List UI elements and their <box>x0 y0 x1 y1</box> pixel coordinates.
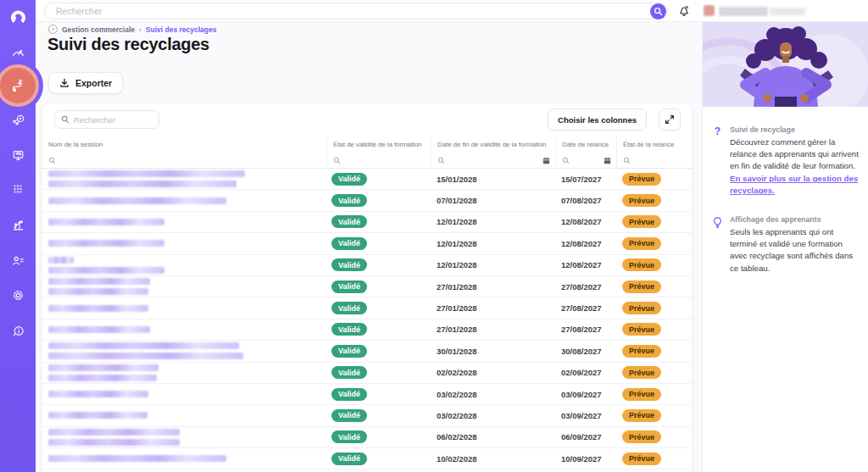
session-name-redacted <box>42 364 326 381</box>
chevron-right-icon: › <box>139 25 142 34</box>
table-row[interactable]: Validé02/02/202802/09/2027Prévue <box>42 363 692 384</box>
sidebar-item-prospection[interactable] <box>0 107 36 132</box>
table-row[interactable]: Validé15/01/202815/07/2027Prévue <box>42 169 692 190</box>
session-name-redacted <box>42 219 326 225</box>
redacted-text-bar <box>48 429 180 436</box>
column-header-session[interactable]: Nom de la session <box>42 136 326 153</box>
validity-cell: Validé <box>326 280 431 293</box>
validity-cell: Validé <box>326 453 431 465</box>
table-row[interactable]: Validé06/02/202806/09/2027Prévue <box>42 427 692 448</box>
session-name-redacted <box>42 257 326 274</box>
choose-columns-button[interactable]: Choisir les colonnes <box>548 108 647 130</box>
sidebar-item-statistics[interactable] <box>0 212 36 237</box>
help-link-recyclages[interactable]: En savoir plus sur la gestion des recycl… <box>730 173 860 197</box>
column-header-end-date[interactable]: Date de fin de validité de la formation <box>431 136 555 153</box>
app-logo[interactable] <box>8 8 28 28</box>
session-name-redacted <box>42 429 326 446</box>
expand-icon <box>665 114 675 125</box>
relance-date-cell: 27/08/2027 <box>555 325 616 334</box>
session-name-redacted <box>42 305 326 312</box>
column-header-relance-date[interactable]: Date de relance <box>555 136 616 153</box>
table-row[interactable]: Validé27/01/202827/08/2027Prévue <box>42 297 692 319</box>
table-row[interactable]: Validé10/02/202810/09/2027Prévue <box>42 448 692 469</box>
search-icon <box>48 157 56 164</box>
learners-icon <box>11 253 25 268</box>
validity-badge: Validé <box>331 366 367 379</box>
app-root: € <box>0 0 868 472</box>
redacted-text-bar <box>48 240 164 247</box>
table-row[interactable]: Validé27/01/202827/08/2027Prévue <box>42 276 692 297</box>
user-avatar[interactable] <box>704 5 715 16</box>
validity-badge: Validé <box>331 388 367 401</box>
filter-relance-date[interactable] <box>555 153 616 168</box>
table-row[interactable]: Validé30/01/202830/08/2027Prévue <box>42 341 692 362</box>
sidebar-item-settings[interactable] <box>0 282 36 308</box>
global-search-input[interactable] <box>45 6 650 16</box>
filter-relance-state[interactable] <box>616 153 691 168</box>
relance-state-badge: Prévue <box>622 409 661 422</box>
relance-state-badge: Prévue <box>622 453 661 465</box>
validity-badge: Validé <box>331 237 367 250</box>
expand-table-button[interactable] <box>659 108 681 130</box>
validity-badge: Validé <box>331 173 367 186</box>
validity-badge: Validé <box>331 302 367 314</box>
filter-session[interactable] <box>42 153 326 168</box>
sidebar-item-learners[interactable] <box>0 247 36 273</box>
relance-date-cell: 07/08/2027 <box>555 196 616 205</box>
end-date-cell: 03/02/2028 <box>431 390 555 399</box>
session-name-redacted <box>42 412 326 419</box>
table-row[interactable]: Validé12/01/202812/08/2027Prévue <box>42 255 692 276</box>
validity-cell: Validé <box>326 388 431 401</box>
recyclages-table-card: Choisir les colonnes Nom de la session É… <box>42 103 692 472</box>
table-row[interactable]: Validé03/02/202803/09/2027Prévue <box>42 405 692 426</box>
bell-icon <box>677 4 691 18</box>
relance-date-cell: 12/08/2027 <box>555 239 616 248</box>
sidebar-item-help[interactable] <box>0 318 36 343</box>
sidebar-item-modules[interactable] <box>0 176 36 202</box>
breadcrumb-parent[interactable]: Gestion commerciale <box>62 25 135 34</box>
table-row[interactable]: Validé12/01/202812/08/2027Prévue <box>42 233 692 254</box>
table-row[interactable]: Validé07/01/202807/08/2027Prévue <box>42 190 692 211</box>
end-date-cell: 27/01/2028 <box>431 325 555 334</box>
sidebar-item-e-learning[interactable] <box>0 142 36 167</box>
question-icon: ? <box>711 125 724 197</box>
redacted-text-bar <box>48 278 150 285</box>
relance-state-badge: Prévue <box>622 430 661 443</box>
notifications-bell[interactable] <box>677 4 691 18</box>
validity-badge: Validé <box>331 430 367 443</box>
filter-validity[interactable] <box>326 153 431 168</box>
end-date-cell: 27/01/2028 <box>431 282 555 292</box>
help-panel: ? Suivi de recyclage Découvrez comment g… <box>702 22 868 472</box>
table-search-input[interactable] <box>74 115 147 125</box>
relance-date-cell: 02/09/2027 <box>555 368 616 377</box>
relance-state-cell: Prévue <box>616 388 691 401</box>
relance-date-cell: 30/08/2027 <box>555 347 616 356</box>
table-row[interactable]: Validé27/01/202827/08/2027Prévue <box>42 319 692 341</box>
statistics-icon <box>11 218 25 232</box>
relance-state-badge: Prévue <box>622 323 661 336</box>
export-button[interactable]: Exporter <box>48 72 123 94</box>
session-name-redacted <box>42 278 326 295</box>
search-icon <box>61 115 70 124</box>
relance-state-badge: Prévue <box>622 302 661 314</box>
validity-cell: Validé <box>326 258 431 271</box>
search-button[interactable] <box>650 3 666 19</box>
column-header-validity[interactable]: État de validité de la formation <box>326 136 431 153</box>
filter-end-date[interactable] <box>431 153 555 168</box>
table-row[interactable]: Validé12/01/202812/08/2027Prévue <box>42 212 692 233</box>
help-item-body: Découvrez comment gérer la relance des a… <box>730 136 860 172</box>
breadcrumb-current: Suivi des recyclages <box>146 25 217 34</box>
column-header-relance-state[interactable]: État de la relance <box>616 136 691 153</box>
relance-date-cell: 27/08/2027 <box>555 282 616 292</box>
help-item-title: Affichage des apprenants <box>730 215 860 224</box>
session-name-redacted <box>42 342 326 359</box>
user-name-redacted <box>719 7 768 16</box>
svg-text:€: € <box>19 78 23 86</box>
calendar-icon <box>542 157 550 164</box>
topbar <box>36 0 868 22</box>
breadcrumb: ‹ Gestion commerciale › Suivi des recycl… <box>48 25 216 34</box>
table-row[interactable]: Validé03/02/202803/09/2027Prévue <box>42 384 692 405</box>
modules-icon <box>11 182 25 196</box>
breadcrumb-back-icon[interactable]: ‹ <box>48 25 58 34</box>
search-icon <box>562 157 570 164</box>
